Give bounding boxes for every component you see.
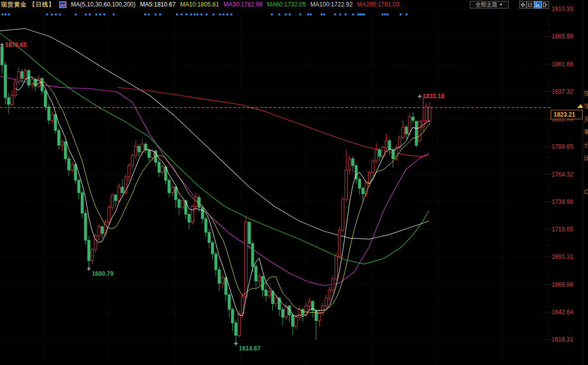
- svg-text:1764.32: 1764.32: [552, 171, 574, 178]
- legend-ma60: MA60:1732.05: [267, 1, 306, 8]
- svg-text:1788.65: 1788.65: [552, 143, 574, 150]
- all-themes-label: 全部主题: [476, 1, 498, 8]
- legend-ma5: MA5:1810.67: [140, 1, 176, 8]
- all-themes-dropdown[interactable]: 全部主题 ▼: [470, 1, 509, 8]
- legend-ma30: MA30:1782.99: [223, 1, 262, 8]
- svg-text:1715.65: 1715.65: [552, 226, 574, 233]
- svg-text:1837.32: 1837.32: [552, 88, 574, 95]
- panel-collapse-icon[interactable]: [542, 1, 549, 8]
- svg-text:1739.98: 1739.98: [552, 198, 574, 205]
- side-strip-char: 现: [584, 103, 588, 109]
- svg-text:1861.66: 1861.66: [552, 61, 574, 68]
- svg-text:1691.31: 1691.31: [552, 253, 574, 260]
- side-strip-char: 身: [584, 116, 588, 122]
- indicator-params: MA(5,10,30,60,100,200): [71, 1, 135, 8]
- svg-text:1823.21: 1823.21: [554, 111, 576, 118]
- symbol-title: 现货黄金 【日线】: [1, 0, 55, 9]
- candlestick-chart[interactable]: 1910.331885.991861.661837.321812.991788.…: [0, 0, 588, 365]
- svg-text:1642.64: 1642.64: [552, 309, 574, 316]
- svg-text:1833.18: 1833.18: [423, 93, 445, 100]
- svg-text:1878.65: 1878.65: [5, 41, 27, 48]
- trading-app: 1910.331885.991861.661837.321812.991788.…: [0, 0, 588, 365]
- side-strip-char: 事: [584, 129, 588, 135]
- move-chart-icon[interactable]: [519, 1, 527, 8]
- side-panel-collapsed[interactable]: 指现身事分比C: [583, 0, 588, 365]
- svg-text:1680.79: 1680.79: [92, 270, 114, 277]
- svg-text:1910.33: 1910.33: [552, 5, 574, 12]
- legend-ma100: MA100:1722.92: [310, 1, 353, 8]
- svg-text:1618.31: 1618.31: [552, 336, 574, 343]
- kline-logo-icon: [59, 1, 66, 8]
- svg-text:1885.99: 1885.99: [552, 33, 574, 40]
- axis-right-icon[interactable]: [534, 1, 542, 8]
- svg-text:1666.98: 1666.98: [552, 281, 574, 288]
- legend-ma200: MA200:1781.03: [357, 1, 399, 8]
- svg-text:1614.67: 1614.67: [239, 345, 261, 352]
- legend-ma10: MA10:1805.81: [180, 1, 219, 8]
- axis-left-icon[interactable]: [527, 1, 534, 8]
- chart-header: 现货黄金 【日线】 MA(5,10,30,60,100,200) MA5:181…: [1, 0, 399, 8]
- chevron-down-icon: ▼: [499, 2, 503, 7]
- side-strip-char: 比: [584, 155, 588, 161]
- side-strip-char: C: [584, 189, 588, 195]
- side-strip-char: 指: [584, 90, 588, 96]
- side-strip-char: 分: [584, 142, 588, 148]
